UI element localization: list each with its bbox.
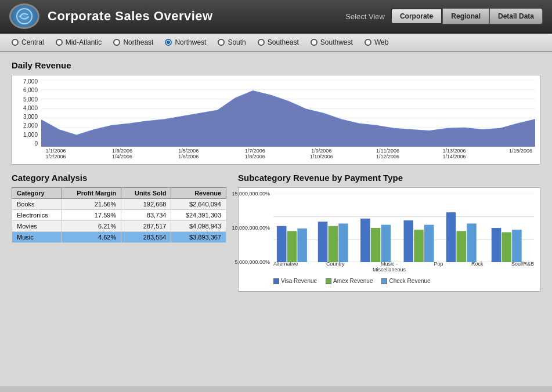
cell-units-sold: 83,734 bbox=[121, 210, 171, 221]
subcategory-title: Subcategory Revenue by Payment Type bbox=[238, 173, 540, 183]
tab-central-radio bbox=[12, 39, 19, 46]
legend-amex: Amex Revenue bbox=[326, 278, 373, 284]
tab-mid-atlantic[interactable]: Mid-Atlantic bbox=[56, 38, 102, 46]
col-category: Category bbox=[12, 188, 62, 199]
legend-check-color bbox=[381, 278, 387, 284]
cell-revenue: $2,640,094 bbox=[171, 199, 226, 210]
tab-web[interactable]: Web bbox=[365, 38, 388, 46]
table-row[interactable]: Electronics 17.59% 83,734 $24,391,303 bbox=[12, 210, 226, 221]
cell-profit-margin: 17.59% bbox=[62, 210, 121, 221]
corporate-view-button[interactable]: Corporate bbox=[391, 8, 442, 24]
tab-southeast-radio bbox=[258, 39, 265, 46]
tab-mid-atlantic-radio bbox=[56, 39, 63, 46]
svg-rect-26 bbox=[446, 212, 456, 262]
col-revenue: Revenue bbox=[171, 188, 226, 199]
tab-mid-atlantic-label: Mid-Atlantic bbox=[66, 38, 102, 46]
app-logo bbox=[9, 3, 39, 29]
tab-southwest-radio bbox=[311, 39, 318, 46]
cell-units-sold: 287,517 bbox=[121, 221, 171, 232]
y-label-4000: 4,000 bbox=[23, 105, 38, 111]
sub-y-label-10m: 10,000,000.00% bbox=[232, 225, 270, 231]
svg-rect-29 bbox=[492, 228, 502, 262]
svg-rect-18 bbox=[329, 226, 338, 262]
x-label-8: 1/15/2006 bbox=[506, 148, 535, 159]
cell-category: Movies bbox=[12, 221, 62, 232]
table-row[interactable]: Books 21.56% 192,668 $2,640,094 bbox=[12, 199, 226, 210]
x-label-7: 1/13/20061/14/2006 bbox=[440, 148, 469, 159]
tab-northwest-label: Northwest bbox=[175, 38, 206, 46]
main-content: Daily Revenue 7,000 6,000 5,000 4,000 3,… bbox=[0, 52, 552, 386]
subcategory-y-axis: 15,000,000.00% 10,000,000.00% 5,000,000.… bbox=[239, 191, 272, 265]
detail-data-view-button[interactable]: Detail Data bbox=[489, 8, 543, 24]
legend-check: Check Revenue bbox=[381, 278, 430, 284]
table-row[interactable]: Music 4.62% 283,554 $3,893,367 bbox=[12, 232, 226, 243]
cell-category: Electronics bbox=[12, 210, 62, 221]
svg-rect-22 bbox=[381, 225, 391, 262]
cell-units-sold: 283,554 bbox=[121, 232, 171, 243]
svg-rect-14 bbox=[277, 226, 287, 262]
page-title: Corporate Sales Overview bbox=[48, 9, 345, 24]
tab-web-label: Web bbox=[374, 38, 388, 46]
svg-rect-25 bbox=[424, 225, 434, 262]
legend-amex-color bbox=[326, 278, 331, 284]
tab-northwest-radio bbox=[165, 39, 172, 46]
tab-northeast-label: Northeast bbox=[123, 38, 153, 46]
svg-rect-16 bbox=[297, 228, 307, 262]
cell-revenue: $24,391,303 bbox=[171, 210, 226, 221]
legend-visa-label: Visa Revenue bbox=[281, 278, 317, 284]
y-label-6000: 6,000 bbox=[23, 87, 38, 93]
col-units-sold: Units Sold bbox=[121, 188, 171, 199]
y-label-1000: 1,000 bbox=[23, 132, 38, 138]
legend-visa: Visa Revenue bbox=[273, 278, 317, 284]
cell-revenue: $4,098,943 bbox=[171, 221, 226, 232]
tab-southwest-label: Southwest bbox=[320, 38, 353, 46]
svg-rect-31 bbox=[512, 230, 522, 262]
daily-revenue-title: Daily Revenue bbox=[12, 60, 540, 70]
x-label-2: 1/3/20061/4/2006 bbox=[107, 148, 136, 159]
tab-south-radio bbox=[218, 39, 225, 46]
select-view-label: Select View bbox=[345, 12, 385, 21]
col-profit-margin: Profit Margin bbox=[62, 188, 121, 199]
x-label-5: 1/9/20061/10/2006 bbox=[307, 148, 336, 159]
svg-marker-9 bbox=[41, 91, 535, 147]
x-label-1: 1/1/20061/2/2006 bbox=[41, 148, 70, 159]
svg-rect-24 bbox=[414, 230, 424, 262]
y-label-2000: 2,000 bbox=[23, 122, 38, 129]
y-label-3000: 3,000 bbox=[23, 114, 38, 120]
subcategory-chart: 15,000,000.00% 10,000,000.00% 5,000,000.… bbox=[238, 187, 540, 292]
tab-south[interactable]: South bbox=[218, 38, 246, 46]
svg-rect-17 bbox=[318, 222, 328, 262]
cell-profit-margin: 4.62% bbox=[62, 232, 121, 243]
tab-southeast-label: Southeast bbox=[268, 38, 299, 46]
svg-rect-30 bbox=[502, 233, 511, 262]
logo-icon bbox=[16, 8, 33, 25]
svg-rect-27 bbox=[456, 231, 466, 262]
tab-northwest[interactable]: Northwest bbox=[165, 38, 206, 46]
cell-units-sold: 192,668 bbox=[121, 199, 171, 210]
svg-rect-20 bbox=[360, 219, 370, 262]
x-label-4: 1/7/20061/8/2006 bbox=[240, 148, 269, 159]
cell-profit-margin: 6.21% bbox=[62, 221, 121, 232]
legend-amex-label: Amex Revenue bbox=[333, 278, 373, 284]
tab-southeast[interactable]: Southeast bbox=[258, 38, 299, 46]
subcategory-panel: Subcategory Revenue by Payment Type 15,0… bbox=[238, 173, 540, 292]
category-table: Category Profit Margin Units Sold Revenu… bbox=[12, 187, 226, 243]
subcategory-chart-inner bbox=[273, 194, 534, 262]
sub-y-label-15m: 15,000,000.00% bbox=[232, 191, 270, 197]
sub-y-label-5m: 5,000,000.00% bbox=[234, 259, 270, 265]
daily-revenue-chart: 7,000 6,000 5,000 4,000 3,000 2,000 1,00… bbox=[12, 75, 540, 165]
tab-northeast[interactable]: Northeast bbox=[113, 38, 153, 46]
chart-legend: Visa Revenue Amex Revenue Check Revenue bbox=[273, 271, 534, 291]
svg-rect-21 bbox=[371, 228, 381, 262]
tab-south-label: South bbox=[228, 38, 246, 46]
regional-view-button[interactable]: Regional bbox=[442, 8, 489, 24]
category-panel: Category Analysis Category Profit Margin… bbox=[12, 173, 226, 292]
x-label-3: 1/5/20061/6/2006 bbox=[174, 148, 203, 159]
table-row[interactable]: Movies 6.21% 287,517 $4,098,943 bbox=[12, 221, 226, 232]
tab-central[interactable]: Central bbox=[12, 38, 44, 46]
y-label-7000: 7,000 bbox=[23, 78, 38, 85]
cell-category: Books bbox=[12, 199, 62, 210]
x-label-6: 1/11/20061/12/2006 bbox=[373, 148, 402, 159]
cell-profit-margin: 21.56% bbox=[62, 199, 121, 210]
tab-southwest[interactable]: Southwest bbox=[311, 38, 353, 46]
